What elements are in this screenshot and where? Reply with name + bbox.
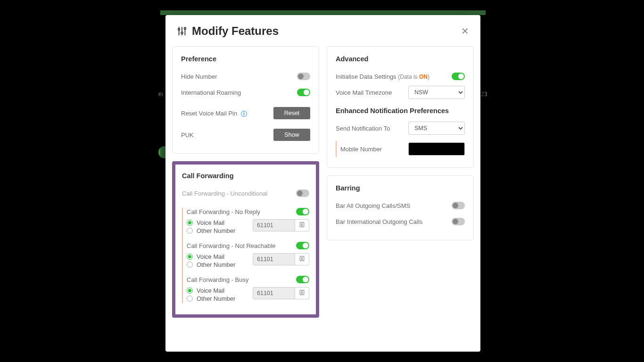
radio-icon bbox=[187, 220, 193, 226]
info-icon[interactable]: i bbox=[241, 111, 247, 117]
sliders-icon bbox=[177, 26, 187, 36]
right-column: Advanced Initialise Data Settings (Data … bbox=[327, 46, 474, 318]
cf-othernumber-label: Other Number bbox=[197, 295, 235, 302]
radio-icon bbox=[187, 296, 193, 302]
radio-icon bbox=[187, 262, 193, 268]
cf-section-toggle[interactable] bbox=[296, 276, 309, 283]
cf-unconditional-label: Call Forwarding - Unconditional bbox=[182, 190, 267, 197]
svg-point-11 bbox=[301, 291, 303, 293]
hide-number-label: Hide Number bbox=[181, 73, 217, 80]
puk-label: PUK bbox=[181, 132, 194, 139]
cf-voicemail-option[interactable]: Voice Mail bbox=[187, 253, 248, 260]
voicemail-tz-label: Voice Mail Timezone bbox=[336, 89, 392, 96]
contacts-icon bbox=[299, 255, 305, 263]
call-forwarding-card: Call Forwarding Call Forwarding - Uncond… bbox=[172, 161, 319, 318]
cf-sections-group: Call Forwarding - No ReplyVoice MailOthe… bbox=[182, 208, 309, 303]
contacts-button[interactable] bbox=[295, 253, 309, 265]
send-to-select[interactable]: SMS bbox=[408, 122, 465, 135]
cf-section: Call Forwarding - No ReplyVoice MailOthe… bbox=[187, 208, 309, 235]
init-data-note: (Data is ON) bbox=[398, 74, 429, 80]
modify-features-modal: Modify Features ✕ Preference Hide Number… bbox=[165, 15, 480, 352]
bar-all-label: Bar All Outgoing Calls/SMS bbox=[336, 202, 410, 209]
barring-card: Barring Bar All Outgoing Calls/SMS Bar I… bbox=[327, 175, 474, 240]
call-forwarding-heading: Call Forwarding bbox=[182, 172, 309, 180]
radio-icon bbox=[187, 254, 193, 260]
svg-point-1 bbox=[178, 29, 180, 31]
intl-roaming-toggle[interactable] bbox=[297, 89, 310, 96]
modal-title: Modify Features bbox=[192, 25, 279, 38]
show-button[interactable]: Show bbox=[273, 129, 310, 141]
barring-heading: Barring bbox=[336, 184, 465, 192]
cf-voicemail-label: Voice Mail bbox=[197, 219, 224, 226]
reset-button[interactable]: Reset bbox=[273, 107, 310, 119]
svg-point-7 bbox=[301, 223, 303, 225]
radio-icon bbox=[187, 288, 193, 294]
radio-icon bbox=[187, 228, 193, 234]
cf-section-title: Call Forwarding - No Reply bbox=[187, 208, 260, 215]
contacts-icon bbox=[299, 289, 305, 297]
cf-section-title: Call Forwarding - Not Reachable bbox=[187, 242, 276, 249]
contacts-button[interactable] bbox=[295, 287, 309, 299]
cf-voicemail-label: Voice Mail bbox=[197, 253, 224, 260]
cf-voicemail-option[interactable]: Voice Mail bbox=[187, 219, 248, 226]
contacts-icon bbox=[299, 221, 305, 230]
preference-heading: Preference bbox=[181, 55, 310, 63]
cf-number-input[interactable] bbox=[253, 253, 295, 265]
cf-othernumber-label: Other Number bbox=[197, 261, 235, 268]
cf-othernumber-option[interactable]: Other Number bbox=[187, 295, 248, 302]
cf-othernumber-option[interactable]: Other Number bbox=[187, 227, 248, 234]
mobile-number-label: Mobile Number bbox=[340, 146, 382, 153]
modal-header: Modify Features ✕ bbox=[165, 15, 480, 46]
cf-othernumber-label: Other Number bbox=[197, 227, 235, 234]
advanced-card: Advanced Initialise Data Settings (Data … bbox=[327, 46, 474, 168]
advanced-heading: Advanced bbox=[336, 55, 465, 63]
close-button[interactable]: ✕ bbox=[461, 27, 469, 35]
bar-intl-toggle[interactable] bbox=[452, 218, 465, 225]
bar-all-toggle[interactable] bbox=[452, 202, 465, 209]
enp-heading: Enhanced Notification Preferences bbox=[336, 107, 465, 115]
intl-roaming-label: International Roaming bbox=[181, 89, 241, 96]
send-to-label: Send Notification To bbox=[336, 125, 390, 132]
modal-body: Preference Hide Number International Roa… bbox=[165, 46, 480, 327]
contacts-button[interactable] bbox=[295, 219, 309, 231]
cf-voicemail-option[interactable]: Voice Mail bbox=[187, 287, 248, 294]
reset-voicemail-label: Reset Voice Mail Pin i bbox=[181, 110, 247, 117]
svg-point-3 bbox=[181, 32, 183, 34]
voicemail-tz-select[interactable]: NSW bbox=[408, 86, 465, 99]
cf-voicemail-label: Voice Mail bbox=[197, 287, 224, 294]
init-data-toggle[interactable] bbox=[452, 73, 465, 80]
svg-point-5 bbox=[184, 28, 186, 30]
mobile-number-field[interactable] bbox=[408, 142, 465, 156]
cf-section: Call Forwarding - Not ReachableVoice Mai… bbox=[187, 242, 309, 269]
cf-othernumber-option[interactable]: Other Number bbox=[187, 261, 248, 268]
svg-point-9 bbox=[301, 257, 303, 259]
cf-number-input[interactable] bbox=[253, 287, 295, 299]
cf-section-title: Call Forwarding - Busy bbox=[187, 276, 249, 283]
init-data-label: Initialise Data Settings (Data is ON) bbox=[336, 73, 429, 80]
cf-section-toggle[interactable] bbox=[296, 208, 309, 215]
cf-section: Call Forwarding - BusyVoice MailOther Nu… bbox=[187, 276, 309, 303]
cf-section-toggle[interactable] bbox=[296, 242, 309, 249]
preference-card: Preference Hide Number International Roa… bbox=[172, 46, 319, 154]
hide-number-toggle[interactable] bbox=[297, 73, 310, 80]
cf-number-input[interactable] bbox=[253, 219, 295, 231]
cf-unconditional-toggle[interactable] bbox=[296, 189, 309, 197]
bar-intl-label: Bar International Outgoing Calls bbox=[336, 218, 422, 225]
left-column: Preference Hide Number International Roa… bbox=[172, 46, 319, 318]
